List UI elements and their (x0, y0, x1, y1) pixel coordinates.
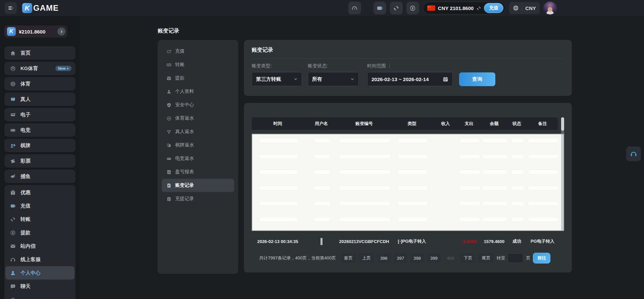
submenu-item-doc[interactable]: 账变记录 (162, 179, 234, 192)
status-select[interactable]: 所有 (308, 72, 359, 86)
speed-button[interactable] (348, 2, 361, 14)
submenu-panel: 充值转账提款个人资料安全中心体育返水真人返水棋牌返水电竞返水盈亏报表账变记录充提… (158, 40, 238, 274)
person-icon (10, 270, 16, 276)
submenu-item-dice[interactable]: 真人返水 (162, 125, 234, 138)
next-page-button[interactable]: 下页 (460, 253, 476, 263)
page-number-button[interactable]: 399 (427, 253, 441, 263)
sidebar-item-cards[interactable]: 真人 (4, 93, 76, 106)
submenu-item-piggy[interactable]: 充值 (162, 45, 234, 58)
sidebar-item-home[interactable]: 首页 (4, 46, 76, 60)
go-button[interactable]: 前往 (533, 253, 550, 263)
support-float-button[interactable] (626, 146, 641, 161)
balance-refresh-button[interactable] (476, 6, 481, 11)
submenu-item-target[interactable]: 体育返水 (162, 112, 234, 125)
sidebar-item-slot[interactable]: 电子 (4, 108, 76, 121)
balance-pill: CNY 2101.8600 充值 (423, 2, 505, 14)
sidebar-item-label: 线上客服 (20, 256, 70, 263)
submenu-item-label: 账变记录 (175, 182, 194, 188)
transfer-button[interactable] (390, 2, 403, 14)
submenu-item-clipboard[interactable]: 充提记录 (162, 192, 234, 205)
piggy-icon (166, 49, 171, 54)
home-icon (10, 50, 16, 56)
goto-page-input[interactable] (508, 253, 523, 263)
submenu-item-cards2[interactable]: 棋牌返水 (162, 138, 234, 152)
page-number-button[interactable]: 397 (394, 253, 408, 263)
table-scrollbar[interactable] (561, 117, 564, 231)
sidebar-item-soccer[interactable]: KG体育New + (4, 62, 76, 75)
submenu-item-bill[interactable]: 转账 (162, 58, 234, 71)
submenu-item-person[interactable]: 个人资料 (162, 85, 234, 98)
submenu-item-gamepad[interactable]: 电竞返水 (162, 152, 234, 165)
refresh-icon (10, 217, 16, 222)
sidebar-item-chat[interactable]: 聊天 (5, 280, 75, 293)
logo-text: GAME (33, 3, 59, 13)
submenu-item-label: 充提记录 (175, 196, 194, 202)
cell-expense: -3.6000 (456, 239, 482, 244)
target-icon (166, 116, 171, 121)
column-header: 账变编号 (339, 121, 389, 127)
sidebar-item-circle[interactable] (5, 293, 75, 299)
doc-icon (166, 183, 171, 188)
calendar-icon (443, 76, 448, 82)
search-button[interactable]: 查询 (459, 72, 495, 86)
balance-amount: CNY 2101.8600 (438, 5, 474, 11)
last-page-button[interactable]: 尾页 (478, 253, 494, 263)
sidebar-item-label: 真人 (20, 96, 71, 103)
chevron-down-icon (350, 77, 354, 81)
filter-range-label: 时间范围 ： (367, 63, 453, 69)
submenu-item-register[interactable]: 提款 (162, 71, 234, 85)
submenu-item-shield[interactable]: 安全中心 (162, 98, 234, 112)
fish-icon (10, 174, 16, 179)
user-avatar[interactable] (543, 1, 557, 15)
sidebar-item-chess[interactable]: 棋牌 (4, 139, 76, 152)
submenu-item-report[interactable]: 盈亏报表 (162, 165, 234, 179)
sidebar-item-withdraw[interactable]: 提款 (5, 226, 75, 239)
menu-toggle-button[interactable] (5, 2, 17, 14)
page-number-button[interactable]: 396 (377, 253, 391, 263)
sidebar-item-label: 首页 (20, 50, 71, 56)
exchange-button[interactable] (406, 2, 419, 14)
bill-icon (166, 62, 171, 67)
wallet-icon (10, 203, 16, 209)
prev-page-button[interactable]: 上页 (359, 253, 374, 263)
first-page-button[interactable]: 首页 (341, 253, 356, 263)
deposit-button[interactable]: 充值 (484, 3, 503, 13)
gamepad-icon (166, 156, 171, 161)
sidebar-item-wallet[interactable]: 充值 (5, 199, 75, 213)
wallet-button[interactable] (374, 2, 386, 14)
gauge-icon (351, 5, 358, 11)
headset-icon (630, 150, 637, 158)
sidebar-item-mail[interactable]: 站内信 (5, 239, 75, 253)
scrollbar-thumb[interactable] (561, 117, 564, 131)
sidebar-item-ticket[interactable]: 彩票 (4, 154, 76, 168)
sidebar-item-refresh[interactable]: 转账 (5, 213, 75, 226)
menu-icon (8, 5, 14, 11)
cell-username (304, 239, 339, 244)
table-body-placeholder (252, 134, 564, 231)
type-select[interactable]: 第三方转账 (252, 72, 302, 86)
wallet-expand-button[interactable] (57, 27, 65, 36)
wallet-card[interactable]: K ¥2101.8600 (4, 25, 67, 38)
username-placeholder-box (320, 238, 323, 245)
sidebar-item-gift[interactable]: 优惠 (5, 186, 75, 199)
filter-status-label: 账变状态: (308, 63, 359, 69)
sidebar-item-gamepad[interactable]: 电竞 (4, 123, 76, 137)
status-select-value: 所有 (312, 76, 322, 82)
submenu-item-label: 提款 (175, 75, 185, 81)
refresh-icon (476, 6, 481, 11)
refresh-icon (393, 5, 399, 11)
sidebar-item-person[interactable]: 个人中心 (5, 266, 75, 280)
sidebar-item-headset[interactable]: 线上客服 (5, 253, 75, 266)
page-number-button[interactable]: 398 (410, 253, 424, 263)
pagination-summary: 共计7997条记录，400页，当前第400页 (259, 255, 336, 261)
language-pill[interactable]: CNY (509, 2, 540, 14)
cards2-icon (166, 143, 171, 148)
report-icon (166, 170, 171, 175)
submenu-item-label: 安全中心 (175, 102, 194, 108)
cell-time: 2026-02-13 00:34:35 (252, 239, 304, 244)
date-range-input[interactable]: 2026-02-13 ~ 2026-02-14 (367, 72, 453, 86)
submenu-item-label: 棋牌返水 (175, 142, 194, 148)
sidebar-item-basketball[interactable]: 体育 (4, 77, 76, 91)
kgame-logo[interactable]: K GAME (22, 3, 59, 13)
sidebar-item-fish[interactable]: 捕鱼 (4, 170, 76, 183)
